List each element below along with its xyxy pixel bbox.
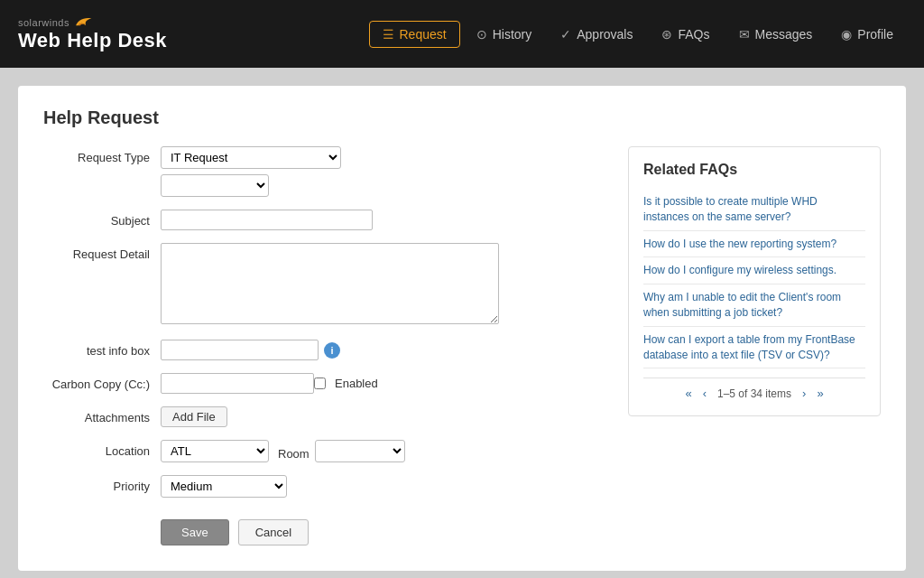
nav-request[interactable]: ☰ Request: [369, 21, 460, 48]
test-info-input[interactable]: [161, 340, 319, 360]
nav-messages[interactable]: ✉ Messages: [726, 22, 826, 47]
request-type-field: IT Request HR Request Facilities Request: [161, 146, 610, 197]
form-card: Help Request Request Type IT Request HR …: [18, 86, 906, 571]
faq-first-page-button[interactable]: «: [681, 386, 695, 401]
form-layout: Request Type IT Request HR Request Facil…: [43, 146, 881, 545]
faq-panel: Related FAQs Is it possible to create mu…: [628, 146, 881, 416]
request-type-row: Request Type IT Request HR Request Facil…: [43, 146, 610, 197]
nav-request-label: Request: [400, 27, 447, 42]
page-content: Help Request Request Type IT Request HR …: [0, 68, 924, 578]
request-detail-label: Request Detail: [43, 243, 161, 261]
test-info-row: test info box i: [43, 340, 610, 360]
form-left: Request Type IT Request HR Request Facil…: [43, 146, 610, 545]
subject-row: Subject: [43, 210, 610, 230]
logo-solarwinds-text: solarwinds: [18, 17, 69, 28]
messages-icon: ✉: [739, 27, 750, 42]
carbon-copy-input[interactable]: [161, 373, 314, 394]
enabled-checkbox[interactable]: [314, 378, 326, 389]
nav-history[interactable]: ⊙ History: [464, 22, 545, 47]
nav-approvals-label: Approvals: [577, 27, 633, 42]
carbon-copy-field: Enabled: [161, 373, 610, 394]
nav-faqs[interactable]: ⊛ FAQs: [649, 22, 722, 47]
enabled-label: Enabled: [335, 377, 378, 390]
logo-area: solarwinds Web Help Desk: [18, 15, 167, 51]
logo-bird-icon: [73, 15, 93, 30]
room-label: Room: [278, 443, 310, 461]
location-select[interactable]: ATL NYC LA Chicago: [161, 440, 269, 462]
nav-approvals[interactable]: ✓ Approvals: [548, 22, 645, 47]
request-type-select[interactable]: IT Request HR Request Facilities Request: [161, 146, 341, 169]
logo-top: solarwinds: [18, 15, 167, 30]
profile-icon: ◉: [841, 27, 852, 42]
faq-page-info: 1–5 of 34 items: [717, 387, 791, 400]
request-detail-row: Request Detail: [43, 243, 610, 327]
test-info-label: test info box: [43, 340, 161, 358]
request-detail-textarea[interactable]: [161, 243, 499, 324]
form-title: Help Request: [43, 107, 881, 128]
faq-item-2[interactable]: How do I use the new reporting system?: [643, 231, 865, 258]
attachments-label: Attachments: [43, 406, 161, 424]
faq-last-page-button[interactable]: »: [813, 386, 827, 401]
request-detail-field: [161, 243, 610, 327]
attachments-row: Attachments Add File: [43, 406, 610, 427]
subject-input[interactable]: [161, 210, 373, 230]
faq-item-3[interactable]: How do I configure my wireless settings.: [643, 257, 865, 284]
add-file-button[interactable]: Add File: [161, 406, 227, 427]
request-subtype-select[interactable]: [161, 174, 269, 197]
faq-prev-page-button[interactable]: ‹: [699, 386, 710, 401]
faq-item-1[interactable]: Is it possible to create multiple WHD in…: [643, 189, 865, 231]
subject-field: [161, 210, 610, 230]
logo-main-text: Web Help Desk: [18, 30, 167, 51]
faq-item-5[interactable]: How can I export a table from my FrontBa…: [643, 327, 865, 369]
nav-faqs-label: FAQs: [678, 27, 709, 42]
location-row: Location ATL NYC LA Chicago Room 101 10: [43, 440, 610, 462]
priority-select[interactable]: Low Medium High Critical: [161, 475, 287, 498]
priority-label: Priority: [43, 475, 161, 493]
request-icon: ☰: [383, 27, 394, 42]
attachments-field: Add File: [161, 406, 610, 427]
header: solarwinds Web Help Desk ☰ Request ⊙ His…: [0, 0, 924, 68]
request-type-label: Request Type: [43, 146, 161, 164]
nav-profile[interactable]: ◉ Profile: [828, 22, 906, 47]
location-field: ATL NYC LA Chicago Room 101 102 103: [161, 440, 610, 462]
subject-label: Subject: [43, 210, 161, 228]
history-icon: ⊙: [476, 27, 487, 42]
faq-pagination: « ‹ 1–5 of 34 items › »: [643, 378, 865, 401]
location-label: Location: [43, 440, 161, 458]
faq-item-4[interactable]: Why am I unable to edit the Client's roo…: [643, 284, 865, 327]
faqs-icon: ⊛: [661, 27, 672, 42]
info-icon[interactable]: i: [324, 342, 340, 359]
save-button[interactable]: Save: [161, 519, 229, 545]
carbon-copy-label: Carbon Copy (Cc:): [43, 373, 161, 391]
faq-next-page-button[interactable]: ›: [799, 386, 809, 401]
approvals-icon: ✓: [560, 27, 571, 42]
faq-title: Related FAQs: [643, 162, 865, 178]
nav-history-label: History: [493, 27, 532, 42]
nav-messages-label: Messages: [755, 27, 813, 42]
priority-row: Priority Low Medium High Critical: [43, 475, 610, 498]
main-nav: ☰ Request ⊙ History ✓ Approvals ⊛ FAQs ✉…: [369, 21, 907, 48]
form-buttons: Save Cancel: [161, 519, 610, 545]
priority-field: Low Medium High Critical: [161, 475, 610, 498]
test-info-field: i: [161, 340, 610, 360]
room-select[interactable]: 101 102 103: [315, 440, 405, 462]
carbon-copy-row: Carbon Copy (Cc:) Enabled: [43, 373, 610, 394]
nav-profile-label: Profile: [857, 27, 893, 42]
cancel-button[interactable]: Cancel: [238, 519, 309, 545]
